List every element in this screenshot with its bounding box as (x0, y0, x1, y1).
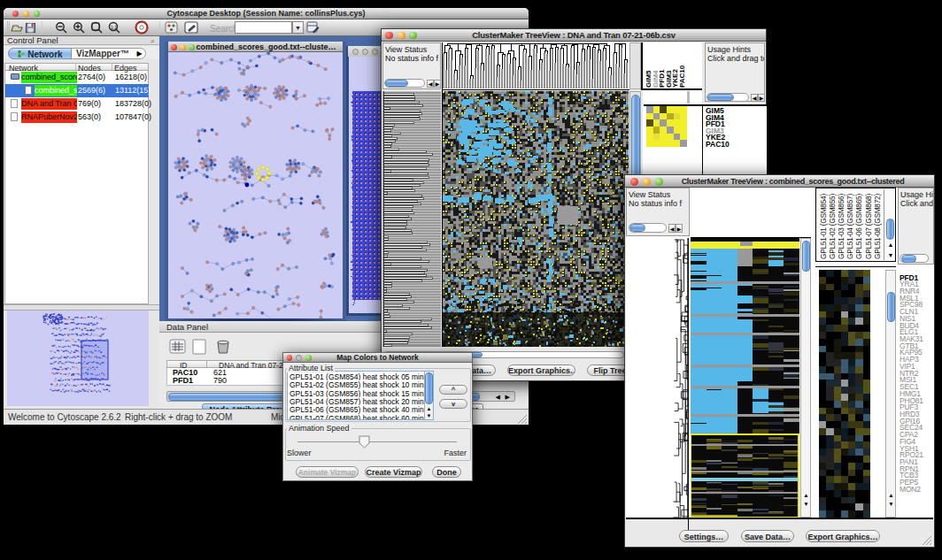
svg-text:GPL51-08 (GSM872): GPL51-08 (GSM872) (874, 194, 882, 259)
svg-text:GPL51-02 (GSM855): GPL51-02 (GSM855) (829, 194, 837, 259)
svg-text:PAC10: PAC10 (678, 65, 686, 88)
svg-text:GPL51-03 (GSM856): GPL51-03 (GSM856) (838, 194, 845, 259)
svg-text:GPL51-07 (GSM868): GPL51-07 (GSM868) (865, 194, 873, 259)
svg-text:1:1: 1:1 (111, 25, 117, 30)
svg-text:GPL51-04 (GSM857): GPL51-04 (GSM857) (846, 194, 854, 259)
svg-text:GPL51-06 (GSM865): GPL51-06 (GSM865) (855, 194, 863, 259)
svg-text:GPL51-01 (GSM854): GPL51-01 (GSM854) (820, 194, 828, 259)
